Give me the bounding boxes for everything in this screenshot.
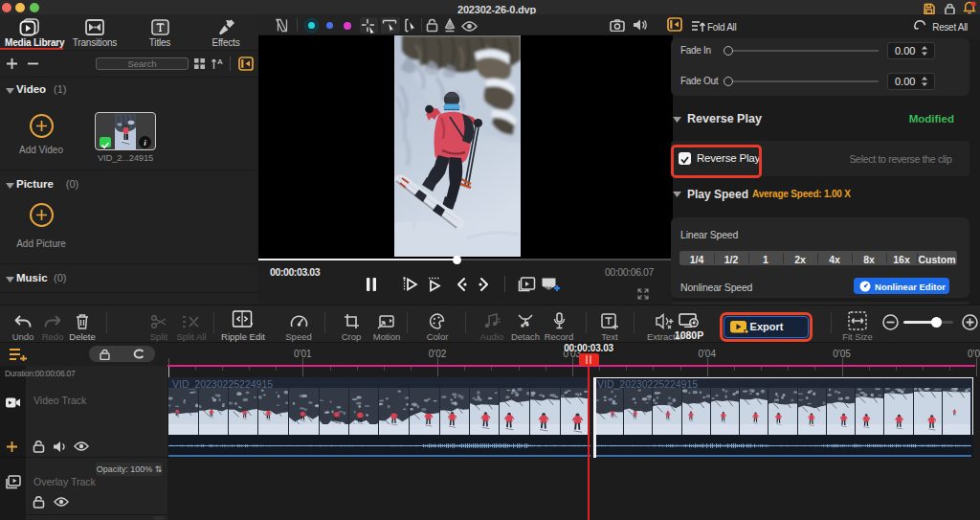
svg-text:A: A (217, 57, 223, 66)
